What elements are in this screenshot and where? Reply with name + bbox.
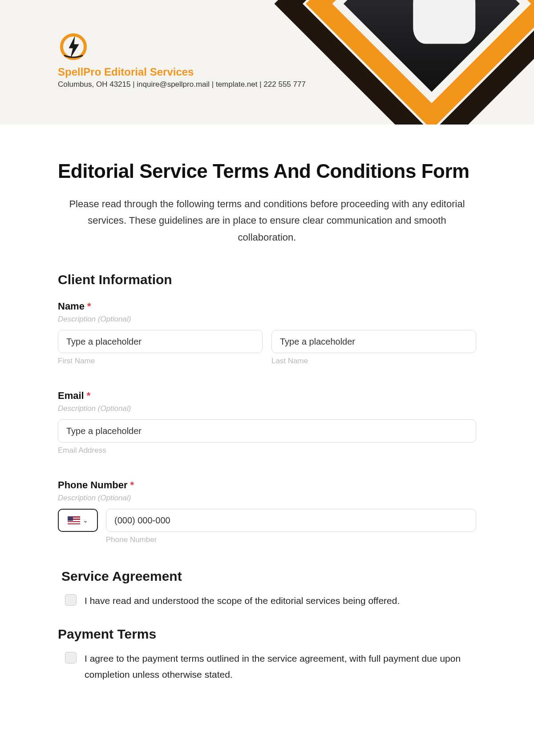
section-payment-terms: Payment Terms I agree to the payment ter… xyxy=(58,627,476,682)
name-description: Description (Optional) xyxy=(58,315,476,324)
phone-description: Description (Optional) xyxy=(58,494,476,503)
chevron-down-icon: ⌄ xyxy=(83,517,88,524)
service-agreement-checkbox[interactable] xyxy=(65,594,77,606)
last-name-input[interactable] xyxy=(271,330,476,353)
logo-block: SpellPro Editorial Services Columbus, OH… xyxy=(58,31,306,89)
name-label-text: Name xyxy=(58,301,85,312)
logo-icon xyxy=(58,31,89,62)
email-sublabel: Email Address xyxy=(58,446,476,455)
field-phone: Phone Number * Description (Optional) ⌄ … xyxy=(58,479,476,544)
required-mark: * xyxy=(87,390,91,401)
required-mark: * xyxy=(130,479,134,491)
service-agreement-text: I have read and understood the scope of … xyxy=(85,593,400,609)
us-flag-icon xyxy=(68,516,80,524)
phone-sublabel: Phone Number xyxy=(106,535,476,544)
payment-terms-text: I agree to the payment terms outlined in… xyxy=(85,651,476,682)
email-description: Description (Optional) xyxy=(58,404,476,413)
page-intro: Please read through the following terms … xyxy=(58,196,476,245)
section-client-info: Client Information xyxy=(58,272,476,287)
form-content: Editorial Service Terms And Conditions F… xyxy=(0,125,534,718)
section-service-agreement: Service Agreement I have read and unders… xyxy=(58,569,476,609)
first-name-sublabel: First Name xyxy=(58,357,263,366)
email-label-text: Email xyxy=(58,390,84,401)
phone-label-text: Phone Number xyxy=(58,479,127,491)
field-name: Name * Description (Optional) First Name… xyxy=(58,301,476,366)
header-band: SpellPro Editorial Services Columbus, OH… xyxy=(0,0,534,125)
field-email: Email * Description (Optional) Email Add… xyxy=(58,390,476,455)
last-name-sublabel: Last Name xyxy=(271,357,476,366)
required-mark: * xyxy=(87,301,91,312)
country-code-select[interactable]: ⌄ xyxy=(58,509,98,532)
first-name-input[interactable] xyxy=(58,330,263,353)
name-label: Name * xyxy=(58,301,476,312)
page-title: Editorial Service Terms And Conditions F… xyxy=(58,160,476,182)
email-label: Email * xyxy=(58,390,476,402)
phone-input[interactable] xyxy=(106,509,476,532)
service-agreement-title: Service Agreement xyxy=(61,569,476,584)
payment-terms-checkbox[interactable] xyxy=(65,652,77,664)
payment-terms-title: Payment Terms xyxy=(58,627,476,642)
company-contact-line: Columbus, OH 43215 | inquire@spellpro.ma… xyxy=(58,80,306,89)
phone-label: Phone Number * xyxy=(58,479,476,491)
company-name: SpellPro Editorial Services xyxy=(58,66,306,78)
email-input[interactable] xyxy=(58,419,476,442)
